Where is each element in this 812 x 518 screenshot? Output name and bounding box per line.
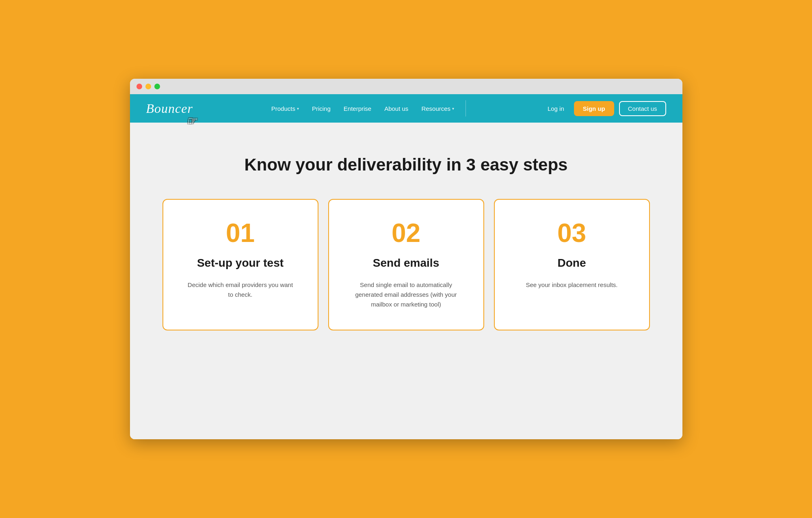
nav-pricing[interactable]: Pricing	[307, 102, 336, 115]
chevron-down-icon-resources: ▾	[452, 106, 454, 111]
step-number-2: 02	[392, 220, 420, 246]
maximize-button-dot[interactable]	[154, 84, 160, 89]
cursor-icon: ☞	[186, 114, 197, 127]
steps-grid: 01 Set-up your test Decide which email p…	[162, 199, 650, 330]
nav-about[interactable]: About us	[379, 102, 413, 115]
step-title-3: Done	[558, 256, 586, 270]
brand-logo[interactable]: Bouncer ☞	[146, 101, 193, 116]
signup-button[interactable]: Sign up	[574, 101, 614, 116]
browser-chrome	[130, 79, 682, 94]
main-content: Know your deliverability in 3 easy steps…	[130, 123, 682, 439]
step-card-3: 03 Done See your inbox placement results…	[494, 199, 650, 330]
step-description-2: Send single email to automatically gener…	[353, 280, 459, 309]
step-description-3: See your inbox placement results.	[526, 280, 618, 290]
navbar-actions: Log in Sign up Contact us	[543, 101, 666, 116]
minimize-button-dot[interactable]	[145, 84, 151, 89]
chevron-down-icon: ▾	[297, 106, 299, 111]
nav-enterprise[interactable]: Enterprise	[339, 102, 376, 115]
page-title: Know your deliverability in 3 easy steps	[154, 155, 658, 175]
brand-text: Bouncer	[146, 101, 193, 116]
nav-resources[interactable]: Resources ▾	[416, 102, 459, 115]
nav-divider	[466, 100, 466, 117]
step-title-1: Set-up your test	[197, 256, 284, 270]
step-title-2: Send emails	[373, 256, 439, 270]
login-button[interactable]: Log in	[543, 102, 569, 115]
close-button-dot[interactable]	[136, 84, 142, 89]
nav-menu: Products ▾ Pricing Enterprise About us R…	[193, 100, 543, 117]
step-card-1: 01 Set-up your test Decide which email p…	[162, 199, 318, 330]
navbar: Bouncer ☞ Products ▾ Pricing Enterprise …	[130, 94, 682, 123]
nav-products[interactable]: Products ▾	[266, 102, 304, 115]
browser-window: Bouncer ☞ Products ▾ Pricing Enterprise …	[130, 79, 682, 439]
contact-button[interactable]: Contact us	[619, 101, 666, 116]
step-description-1: Decide which email providers you want to…	[188, 280, 293, 300]
step-number-3: 03	[557, 220, 586, 246]
step-number-1: 01	[226, 220, 255, 246]
step-card-2: 02 Send emails Send single email to auto…	[328, 199, 484, 330]
